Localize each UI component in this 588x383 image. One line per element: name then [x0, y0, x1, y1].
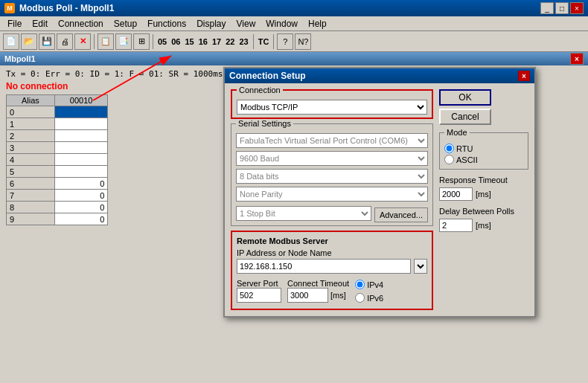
table-row: 9 0 — [7, 213, 108, 225]
table-row: 1 — [7, 118, 108, 130]
data-bits-select[interactable]: 8 Data bits 7 Data bits — [236, 169, 428, 184]
data-table: Alias 00010 0 1 2 — [6, 94, 108, 225]
open-button[interactable]: 📂 — [21, 33, 37, 50]
dialog-close-button[interactable]: × — [518, 71, 530, 81]
rtu-radio[interactable] — [444, 144, 454, 153]
delay-polls-input[interactable] — [439, 219, 473, 232]
help-button[interactable]: N? — [295, 33, 311, 50]
ok-button[interactable]: OK — [439, 89, 491, 106]
table-row: 4 — [7, 154, 108, 166]
fc05-label: 05 — [156, 37, 168, 46]
response-timeout-unit: [ms] — [476, 190, 491, 199]
table-row: 8 0 — [7, 202, 108, 213]
fc22-label: 22 — [224, 37, 236, 46]
mode-group-label: Mode — [444, 128, 470, 137]
minimize-button[interactable]: _ — [540, 2, 554, 14]
fc06-label: 06 — [170, 37, 182, 46]
delay-polls-input-row: [ms] — [439, 219, 528, 232]
close-button[interactable]: × — [570, 2, 584, 14]
delay-polls-label: Delay Between Polls — [439, 207, 528, 216]
ipv4-label: IPv4 — [367, 280, 383, 289]
table-row: 6 0 — [7, 178, 108, 190]
delay-polls-section: Delay Between Polls [ms] — [439, 207, 528, 232]
menu-bar: File Edit Connection Setup Functions Dis… — [0, 16, 588, 31]
baud-row: 9600 Baud 19200 Baud — [236, 151, 428, 166]
save-button[interactable]: 💾 — [39, 33, 55, 50]
advanced-button[interactable]: Advanced... — [374, 207, 428, 222]
ip-input-row: ▼ — [237, 259, 427, 274]
menu-connection[interactable]: Connection — [54, 18, 108, 30]
app-icon: M — [4, 3, 15, 13]
delay-polls-unit: [ms] — [476, 221, 491, 230]
menu-functions[interactable]: Functions — [143, 18, 191, 30]
disconnect-button[interactable]: ✕ — [74, 33, 91, 50]
menu-setup[interactable]: Setup — [109, 18, 141, 30]
app-title: Modbus Poll - Mbpoll1 — [19, 3, 536, 13]
copy-button[interactable]: 📋 — [98, 33, 114, 50]
mode-group: Mode RTU ASCII — [439, 132, 528, 170]
connection-group-label: Connection — [237, 86, 283, 94]
rtu-label: RTU — [456, 144, 473, 153]
stop-bit-select[interactable]: 1 Stop Bit 2 Stop Bits — [236, 206, 371, 221]
ipv6-radio[interactable] — [355, 293, 365, 303]
fc17-label: 17 — [211, 37, 223, 46]
menu-edit[interactable]: Edit — [28, 18, 52, 30]
stopbit-row: 1 Stop Bit 2 Stop Bits Advanced... — [236, 205, 428, 222]
ascii-radio[interactable] — [444, 155, 454, 164]
remote-modbus-section: Remote Modbus Server IP Address or Node … — [231, 231, 433, 310]
server-port-input[interactable] — [237, 288, 281, 303]
maximize-button[interactable]: □ — [555, 2, 569, 14]
separator-1 — [94, 34, 95, 49]
ip-dropdown[interactable]: ▼ — [414, 259, 427, 274]
title-bar: M Modbus Poll - Mbpoll1 _ □ × — [0, 0, 588, 16]
databits-row: 8 Data bits 7 Data bits — [236, 169, 428, 184]
menu-window[interactable]: Window — [261, 18, 302, 30]
mdi-title-bar: Mbpoll1 × — [0, 52, 588, 65]
ip-label: IP Address or Node Name — [237, 248, 427, 257]
connection-setup-dialog: Connection Setup × Connection Modbus TCP… — [223, 67, 536, 318]
window-controls: _ □ × — [540, 2, 584, 14]
ipv4-option: IPv4 — [355, 280, 383, 289]
table-value-header: 00010 — [54, 95, 108, 106]
connect-timeout-group: Connect Timeout [ms] — [287, 279, 349, 303]
new-button[interactable]: 📄 — [3, 33, 19, 50]
dialog-title: Connection Setup — [229, 71, 518, 81]
ascii-option: ASCII — [444, 155, 523, 164]
menu-help[interactable]: Help — [304, 18, 331, 30]
separator-2 — [153, 34, 153, 49]
serial-port-select[interactable]: FabulaTech Virtual Serial Port Control (… — [236, 133, 428, 148]
connection-type-select[interactable]: Modbus TCP/IP Modbus RTU Modbus ASCII — [237, 100, 427, 115]
fc16-label: 16 — [197, 37, 209, 46]
response-timeout-input[interactable] — [439, 187, 473, 201]
columns-button[interactable]: ⊞ — [133, 33, 150, 50]
tc-label: TC — [257, 37, 271, 46]
cancel-button[interactable]: Cancel — [439, 109, 491, 125]
response-timeout-label: Response Timeout — [439, 176, 528, 184]
fc15-label: 15 — [184, 37, 196, 46]
ipv4-radio[interactable] — [355, 280, 365, 289]
ip-address-input[interactable] — [237, 259, 411, 274]
menu-view[interactable]: View — [232, 18, 261, 30]
paste-button[interactable]: 📑 — [115, 33, 132, 50]
response-timeout-section: Response Timeout [ms] — [439, 176, 528, 201]
port-timeout-row: Server Port Connect Timeout [ms] — [237, 277, 427, 304]
print-button[interactable]: 🖨 — [57, 33, 73, 50]
parity-select[interactable]: None Parity Even Parity Odd Parity — [236, 187, 428, 202]
mode-radio-group: RTU ASCII — [444, 144, 523, 164]
question-button[interactable]: ? — [277, 33, 293, 50]
connect-timeout-input[interactable] — [287, 288, 328, 303]
menu-display[interactable]: Display — [192, 18, 230, 30]
table-row: 5 — [7, 166, 108, 178]
mdi-close-btn[interactable]: × — [570, 53, 584, 65]
baud-rate-select[interactable]: 9600 Baud 19200 Baud — [236, 151, 428, 166]
dialog-body: Connection Modbus TCP/IP Modbus RTU Modb… — [225, 83, 534, 316]
table-row: 0 — [7, 106, 108, 118]
dialog-right-panel: OK Cancel Mode RTU ASCII — [439, 89, 528, 310]
table-row: 2 — [7, 130, 108, 142]
connection-group: Connection Modbus TCP/IP Modbus RTU Modb… — [231, 89, 433, 119]
serial-settings-group: Serial Settings FabulaTech Virtual Seria… — [231, 123, 433, 226]
server-port-label: Server Port — [237, 279, 281, 288]
connect-timeout-unit: [ms] — [330, 291, 346, 300]
menu-file[interactable]: File — [3, 18, 26, 30]
table-alias-header: Alias — [7, 95, 55, 106]
